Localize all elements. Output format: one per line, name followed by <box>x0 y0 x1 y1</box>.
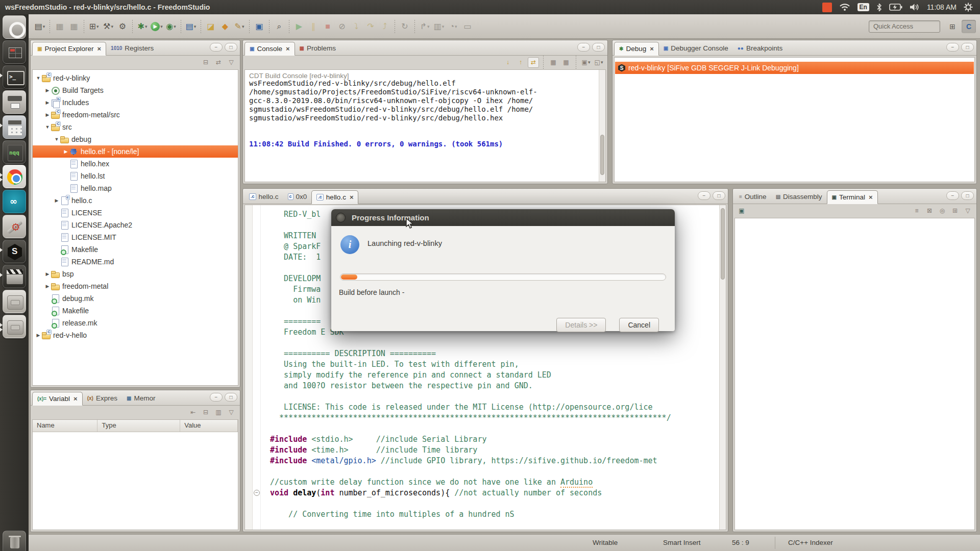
tab-expres[interactable]: (x)Expres <box>83 391 122 405</box>
tab-variabl[interactable]: (x)=Variabl× <box>32 392 83 406</box>
tab-console[interactable]: ▣Console× <box>244 42 295 56</box>
tree-item-hello-elf-none-le-[interactable]: ▶hello.elf - [none/le] <box>33 145 238 158</box>
keyboard-layout-indicator[interactable]: En <box>857 3 869 11</box>
clear-terminal-button[interactable]: ⊠ <box>924 206 935 216</box>
minimize-button[interactable]: − <box>577 43 590 52</box>
link-with-editor-button[interactable]: ⇄ <box>213 57 224 68</box>
minimize-button[interactable]: − <box>946 191 959 200</box>
new-button[interactable]: ▤▾ <box>33 19 47 34</box>
tree-item-freedom-metal[interactable]: ▶freedom-metal <box>33 280 238 292</box>
show-type-names-button[interactable]: ⇤ <box>187 407 199 418</box>
tree-item-red-v-blinky[interactable]: ▼Cred-v-blinky <box>33 72 238 84</box>
battery-icon[interactable] <box>889 4 902 11</box>
tab-memor[interactable]: ▦Memor <box>122 391 160 405</box>
tab-hello-c[interactable]: .chello.c× <box>311 190 358 204</box>
launcher-ubuntu-dash-icon[interactable] <box>3 15 26 39</box>
dropdown-arrow-icon[interactable]: ▾ <box>145 24 148 29</box>
clear-console-button[interactable]: ▦ <box>548 57 559 68</box>
expander-closed-icon[interactable]: ▶ <box>44 284 51 289</box>
open-console-button[interactable]: ◱▾ <box>593 57 604 68</box>
pin-terminal-button[interactable]: ◎ <box>937 206 948 216</box>
expander-closed-icon[interactable]: ▶ <box>44 100 51 105</box>
disconnect-button[interactable]: ⊘ <box>335 19 349 34</box>
open-archive-button[interactable]: ◆ <box>218 19 232 34</box>
open-terminal-button[interactable]: ▣ <box>736 206 747 216</box>
column-header-type[interactable]: Type <box>97 420 180 432</box>
debug-launch-item[interactable]: S red-v-blinky [SiFive GDB SEGGER J-Link… <box>615 62 974 74</box>
tab-outline[interactable]: ≡Outline <box>734 190 771 204</box>
maximize-button[interactable]: □ <box>713 191 725 200</box>
maximize-button[interactable]: □ <box>225 393 237 402</box>
dropdown-arrow-icon[interactable]: ▾ <box>194 24 197 29</box>
save-button[interactable]: ▦ <box>53 19 67 34</box>
close-icon[interactable]: × <box>869 193 873 201</box>
build-all-button[interactable]: ⚙ <box>115 19 130 34</box>
cancel-button[interactable]: Cancel <box>619 318 659 332</box>
tree-item-red-v-hello[interactable]: ▶Cred-v-hello <box>33 329 238 341</box>
expander-closed-icon[interactable]: ▶ <box>35 333 42 338</box>
launcher-terminal-icon[interactable]: >_ <box>3 65 26 89</box>
restart-button[interactable]: ↻ <box>398 19 412 34</box>
open-console-button[interactable]: ▣ <box>252 19 266 34</box>
quick-access-input[interactable]: Quick Access <box>869 20 940 33</box>
dropdown-arrow-icon[interactable]: ▾ <box>174 24 176 29</box>
maximize-button[interactable]: □ <box>961 43 974 52</box>
details-button[interactable]: Details >> <box>556 318 606 332</box>
step-return-button[interactable]: ⤴ <box>378 19 392 34</box>
column-header-name[interactable]: Name <box>33 420 97 432</box>
profile-button[interactable]: ◉▾ <box>164 19 178 34</box>
run-history-button[interactable]: ◔▾ <box>446 19 460 34</box>
launcher-disk-utility-2-icon[interactable] <box>3 315 26 338</box>
dropdown-arrow-icon[interactable]: ▾ <box>455 24 457 29</box>
dropdown-arrow-icon[interactable]: ▾ <box>427 24 430 29</box>
editor-scrollbar[interactable] <box>719 205 726 530</box>
tab-project-explorer[interactable]: ▣Project Explorer× <box>32 42 106 56</box>
minimize-button[interactable]: − <box>210 43 223 52</box>
bluetooth-icon[interactable] <box>876 3 882 12</box>
clock[interactable]: 11:08 AM <box>927 3 957 11</box>
instruction-stepping-button[interactable]: ↱▾ <box>418 19 432 34</box>
tree-item-build-targets[interactable]: ▶Build Targets <box>33 84 238 96</box>
step-over-button[interactable]: ↷ <box>363 19 378 34</box>
volume-icon[interactable] <box>910 3 920 11</box>
scroll-lock-button[interactable]: ≡ <box>911 206 922 216</box>
close-icon[interactable]: × <box>74 395 78 403</box>
minimize-button[interactable]: − <box>946 43 959 52</box>
terminate-button[interactable]: ■ <box>321 19 335 34</box>
open-folder-button[interactable]: ◪ <box>204 19 218 34</box>
tree-item-debug-mk[interactable]: debug.mk <box>33 292 238 305</box>
step-into-button[interactable]: ⤵ <box>349 19 363 34</box>
columns-button[interactable]: ▥ <box>213 407 224 418</box>
tab-registers[interactable]: 1010Registers <box>106 41 158 55</box>
dialog-window-button[interactable] <box>336 213 346 222</box>
debug-button[interactable]: ✱▾ <box>135 19 150 34</box>
collapse-all-button[interactable]: ⊟ <box>200 57 211 68</box>
expander-open-icon[interactable]: ▼ <box>53 137 60 142</box>
expander-open-icon[interactable]: ▼ <box>35 76 42 81</box>
dropdown-arrow-icon[interactable]: ▾ <box>111 24 113 29</box>
maximize-button[interactable]: □ <box>225 43 237 52</box>
tab-0x0[interactable]: c0x0 <box>283 190 312 204</box>
launcher-disk-utility-1-icon[interactable] <box>3 290 26 313</box>
close-icon[interactable]: × <box>650 45 654 53</box>
tree-item-license-apache2[interactable]: LICENSE.Apache2 <box>33 219 238 231</box>
tab-debug[interactable]: ✱Debug× <box>614 42 659 56</box>
display-selected-console-button[interactable]: ▣▾ <box>580 57 592 68</box>
tab-breakpoints[interactable]: ●●Breakpoints <box>733 41 787 55</box>
follow-output-button[interactable]: ⇄ <box>528 57 539 68</box>
dropdown-arrow-icon[interactable]: ▾ <box>442 24 445 29</box>
launcher-file-manager-icon[interactable] <box>3 90 26 114</box>
tree-item-release-mk[interactable]: release.mk <box>33 317 238 329</box>
expander-closed-icon[interactable]: ▶ <box>44 112 51 117</box>
tab-terminal[interactable]: ▣Terminal× <box>827 190 878 204</box>
new-terminal-view-button[interactable]: ⊞ <box>949 206 961 216</box>
column-header-value[interactable]: Value <box>180 420 238 432</box>
tree-item-freedom-metal-src[interactable]: ▶Cfreedom-metal/src <box>33 109 238 121</box>
launcher-workspace-switcher-icon[interactable] <box>3 40 26 64</box>
tree-item-src[interactable]: ▼Csrc <box>33 121 238 133</box>
view-menu-button[interactable]: ▽ <box>962 206 973 216</box>
launcher-tools-icon[interactable]: ⚙ <box>3 215 26 238</box>
open-element-button[interactable]: ⊞▾ <box>87 19 101 34</box>
dropdown-arrow-icon[interactable]: ▾ <box>601 60 603 65</box>
suspend-button[interactable]: ∥ <box>306 19 321 34</box>
